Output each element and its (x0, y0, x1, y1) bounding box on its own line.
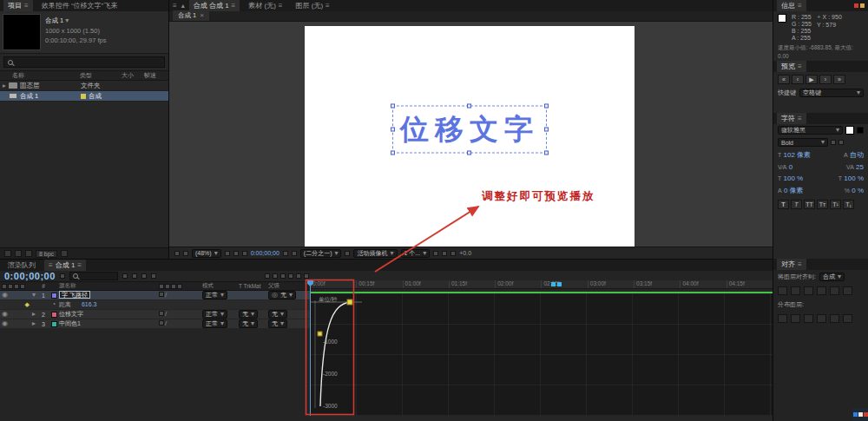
viewer-timecode[interactable]: 0:00;00;00 (251, 250, 279, 256)
parent-select[interactable]: 无 ▾ (268, 310, 287, 319)
project-item-folder[interactable]: ▸ 固态层 文件夹 (0, 81, 168, 91)
column-fps[interactable]: 帧速 (144, 71, 163, 80)
first-frame-button[interactable]: « (778, 75, 790, 84)
distribute-v-center-button[interactable] (791, 314, 800, 323)
selection-handle[interactable] (544, 151, 549, 155)
align-top-button[interactable] (817, 286, 826, 295)
baseline-shift-value[interactable]: 0 像素 (784, 187, 804, 194)
column-mode[interactable]: 模式 (202, 282, 239, 290)
frame-blend-icon[interactable] (132, 273, 137, 279)
layer-switches[interactable] (159, 292, 164, 297)
eye-icon[interactable]: ◉ (2, 292, 8, 299)
column-parent[interactable]: 父级 (268, 282, 310, 290)
audio-column-icon[interactable] (8, 284, 13, 289)
composition-shy-icon[interactable] (122, 273, 128, 279)
magnification-icon[interactable] (183, 251, 188, 256)
tab-render-queue[interactable]: 渲染队列 (3, 260, 40, 271)
graph-editor[interactable]: 单位/秒 -1000 -2000 -3000 (310, 293, 773, 416)
text-selection-box[interactable]: 位移文字 (392, 106, 547, 154)
horizontal-scale-value[interactable]: 100 % (844, 174, 864, 182)
selection-handle[interactable] (467, 104, 471, 109)
font-style-select[interactable]: Bold ▾ (778, 138, 828, 147)
layer-color-chip[interactable] (51, 293, 57, 299)
fill-color-swatch[interactable] (845, 126, 854, 135)
shy-switch-icon[interactable] (159, 284, 164, 289)
menu-icon[interactable]: ≡ (798, 261, 802, 268)
comp-subtab[interactable]: 合成 1 × (173, 10, 209, 21)
show-graph-tooltips-icon[interactable] (280, 273, 286, 279)
effects-switch-icon[interactable] (177, 284, 182, 289)
tab-preview[interactable]: 预览 ≡ (777, 61, 806, 72)
column-source-name[interactable]: 源名称 (59, 282, 159, 290)
faux-italic-button[interactable]: T (791, 200, 802, 209)
lock-column-icon[interactable] (20, 284, 25, 289)
layer-color-chip[interactable] (51, 312, 57, 318)
selection-handle[interactable] (391, 151, 395, 155)
font-family-select[interactable]: 微软雅黑 ▾ (778, 126, 843, 135)
column-size[interactable]: 大小 (122, 71, 144, 80)
pixel-aspect-icon[interactable] (433, 251, 438, 256)
time-ruler[interactable]: 0:00f 00:15f 01:00f 01:15f 02:00f 02:15f… (310, 280, 773, 289)
expand-caret-icon[interactable]: ▾ (30, 292, 38, 299)
current-time-display[interactable]: 0:00;00;00 (4, 271, 56, 281)
tab-project[interactable]: 项目 ≡ (3, 0, 33, 11)
no-fill-icon[interactable] (838, 140, 844, 145)
tab-effect-controls[interactable]: 效果控件 “位移文字”飞来 (37, 0, 122, 11)
eye-icon[interactable]: ◉ (2, 320, 8, 327)
column-number[interactable]: # (38, 283, 49, 289)
view-layout-select[interactable]: 1 个... ▾ (401, 249, 431, 258)
column-type[interactable]: 类型 (80, 71, 122, 80)
keyframe-diamond-icon[interactable]: ◆ (25, 301, 30, 308)
canvas-text[interactable]: 位移文字 (400, 113, 539, 145)
collapse-switch-icon[interactable] (165, 284, 170, 289)
next-frame-button[interactable]: › (819, 75, 832, 84)
region-of-interest-icon[interactable] (242, 251, 247, 256)
fast-preview-icon[interactable] (345, 251, 350, 256)
faux-bold-button[interactable]: T (778, 200, 789, 209)
menu-icon[interactable]: ≡ (798, 115, 802, 122)
show-snapshot-icon[interactable] (292, 251, 297, 256)
kerning-value[interactable]: 0 (789, 163, 792, 171)
search-input[interactable] (16, 59, 161, 65)
new-composition-icon[interactable] (25, 250, 32, 257)
caret-right-icon[interactable]: ▸ (30, 320, 38, 327)
caret-right-icon[interactable]: ▸ (30, 311, 38, 318)
caret-up-icon[interactable]: ▴ (181, 3, 185, 10)
blend-mode-select[interactable]: 正常 ▾ (202, 319, 227, 328)
tab-timeline-comp[interactable]: ≡ 合成 1 ≡ (44, 260, 86, 271)
auto-select-graph-icon[interactable] (296, 273, 301, 279)
eye-icon[interactable]: ◉ (2, 311, 8, 318)
stopwatch-icon[interactable]: ◔ (52, 301, 56, 308)
stroke-color-swatch[interactable] (857, 127, 864, 134)
taskbar-icon[interactable] (864, 412, 868, 417)
snap-icon[interactable] (265, 273, 270, 279)
align-left-button[interactable] (778, 286, 787, 295)
snapshot-icon[interactable] (283, 251, 288, 256)
layer-row-1[interactable]: ◉ ▾ 1 字 飞路径 / 正常 ▾ ◎ 无 ▾ (0, 291, 310, 300)
last-frame-button[interactable]: » (833, 75, 845, 84)
blend-mode-select[interactable]: 正常 ▾ (202, 291, 227, 299)
layer-name[interactable]: 位移文字 (59, 310, 159, 319)
layer-name-edit[interactable]: 字 飞路径 (59, 291, 90, 299)
selection-handle[interactable] (391, 127, 395, 131)
layer-color-chip[interactable] (51, 321, 57, 327)
selection-handle[interactable] (391, 104, 395, 109)
menu-icon[interactable]: ≡ (326, 3, 330, 10)
align-right-button[interactable] (804, 286, 813, 295)
selection-handle[interactable] (544, 127, 549, 131)
composition-canvas[interactable]: 位移文字 调整好即可预览播放 (305, 26, 635, 247)
menu-icon[interactable]: ≡ (798, 63, 802, 70)
comp-thumbnail[interactable] (3, 15, 40, 49)
layer-name[interactable]: 中间色1 (59, 319, 159, 328)
camera-select[interactable]: 活动摄像机 ▾ (353, 249, 397, 258)
always-preview-icon[interactable] (174, 251, 180, 256)
taskbar-icon[interactable] (853, 412, 858, 417)
column-trkmat[interactable]: T TrkMat (239, 283, 268, 289)
distribute-bottom-button[interactable] (804, 314, 813, 323)
solo-column-icon[interactable] (14, 284, 19, 289)
superscript-button[interactable]: T¹ (830, 200, 841, 209)
interpret-footage-icon[interactable] (4, 250, 11, 257)
parent-select[interactable]: 无 ▾ (268, 319, 287, 328)
layer-row-3[interactable]: ◉ ▸ 3 中间色1 / 正常 ▾ 无 ▾ 无 ▾ (0, 319, 310, 329)
layer-switches[interactable] (159, 311, 164, 316)
